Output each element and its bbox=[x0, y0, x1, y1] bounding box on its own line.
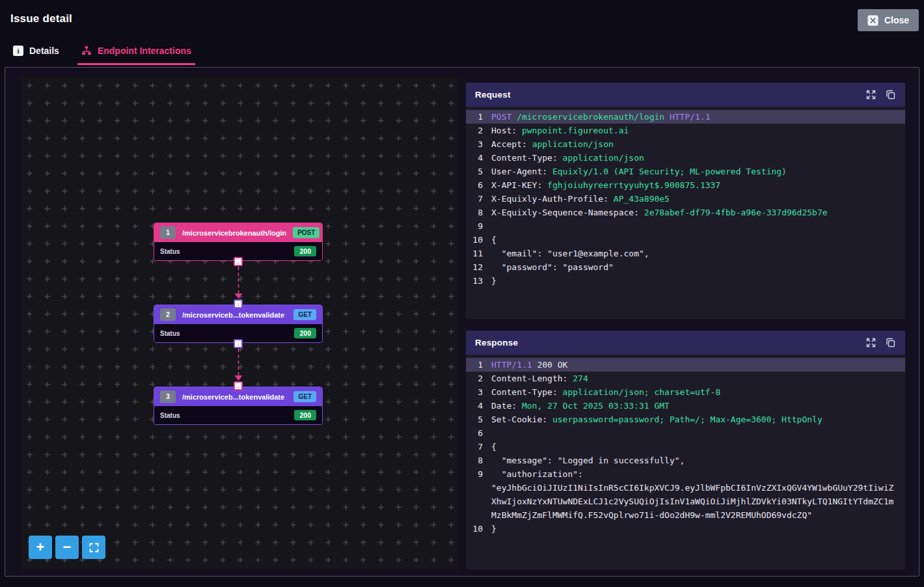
response-title: Response bbox=[475, 338, 518, 348]
zoom-out-button[interactable]: − bbox=[55, 536, 79, 559]
code-line: 9 "authorization": "eyJhbGciOiJIUzI1NiIs… bbox=[466, 467, 905, 522]
code-line: 1POST /microservicebrokenauth/login HTTP… bbox=[466, 110, 905, 124]
line-content: "email": "user1@example.com", bbox=[483, 247, 905, 260]
tab-details[interactable]: i Details bbox=[9, 43, 63, 65]
plus-icon: + bbox=[36, 539, 45, 556]
target-handle[interactable]: ↓ bbox=[234, 381, 243, 390]
status-code-badge: 200 bbox=[294, 328, 316, 338]
status-code-badge: 200 bbox=[294, 246, 316, 256]
line-number: 1 bbox=[466, 110, 483, 124]
code-line: 13} bbox=[466, 274, 905, 288]
line-number: 1 bbox=[466, 358, 483, 372]
zoom-in-button[interactable]: + bbox=[29, 536, 52, 559]
node-number-badge: 1 bbox=[160, 226, 176, 239]
status-code-badge: 200 bbox=[294, 410, 316, 420]
flow-node-tokenvalidate-2[interactable]: 3 /microserviceb...tokenvalidate GET Sta… bbox=[154, 387, 323, 425]
line-content: { bbox=[483, 233, 905, 247]
line-number: 8 bbox=[466, 454, 483, 467]
fit-view-icon bbox=[88, 542, 100, 553]
line-content: "authorization": "eyJhbGciOiJIUzI1NiIsIn… bbox=[483, 467, 905, 522]
line-content: Host: pwnpoint.figureout.ai bbox=[483, 124, 905, 137]
flow-node-login[interactable]: 1 /microservicebrokenauth/login POST Sta… bbox=[154, 223, 323, 261]
line-content: Content-Length: 274 bbox=[483, 372, 905, 385]
code-line: 6X-API-KEY: fghjoiuhyreerrtyyuhyt$.90087… bbox=[466, 178, 905, 192]
code-line: 6 bbox=[466, 426, 905, 440]
code-line: 7X-Equixly-Auth-Profile: AP_43a890e5 bbox=[466, 192, 905, 206]
line-number: 4 bbox=[466, 151, 483, 165]
line-number: 7 bbox=[466, 192, 483, 206]
code-line: 2Content-Length: 274 bbox=[466, 372, 905, 385]
source-handle[interactable]: ↓ bbox=[234, 339, 243, 348]
request-code: 1POST /microservicebrokenauth/login HTTP… bbox=[466, 107, 905, 319]
arrow-down-icon: ↓ bbox=[237, 341, 240, 347]
copy-request-button[interactable] bbox=[885, 89, 896, 100]
request-panel-header: Request bbox=[466, 83, 905, 107]
node-number-badge: 3 bbox=[160, 390, 176, 403]
line-number: 3 bbox=[466, 385, 483, 399]
info-icon: i bbox=[13, 46, 23, 56]
copy-response-button[interactable] bbox=[885, 337, 896, 348]
code-line: 1HTTP/1.1 200 OK bbox=[466, 358, 905, 372]
response-panel: Response 1HTTP/1.1 200 OK2Content-Length… bbox=[466, 331, 905, 569]
request-panel: Request 1POST /microservicebrokenauth/lo… bbox=[466, 83, 905, 319]
line-content: X-Equixly-Sequence-Namespace: 2e78abef-d… bbox=[483, 206, 905, 219]
line-content: POST /microservicebrokenauth/login HTTP/… bbox=[483, 110, 905, 124]
code-line: 10{ bbox=[466, 233, 905, 247]
line-content bbox=[483, 219, 905, 233]
code-line: 12 "password": "password" bbox=[466, 260, 905, 274]
close-button[interactable]: Close bbox=[858, 9, 919, 31]
line-number: 6 bbox=[466, 426, 483, 440]
code-line: 11 "email": "user1@example.com", bbox=[466, 247, 905, 260]
expand-request-button[interactable] bbox=[865, 89, 876, 100]
issue-detail-panel: 1 /microservicebrokenauth/login POST Sta… bbox=[5, 67, 919, 577]
line-content: User-Agent: Equixly/1.0 (API Security; M… bbox=[483, 165, 905, 178]
code-line: 2Host: pwnpoint.figureout.ai bbox=[466, 124, 905, 137]
tab-endpoint-interactions[interactable]: Endpoint Interactions bbox=[77, 43, 195, 65]
node-path: /microservicebrokenauth/login bbox=[182, 229, 286, 237]
line-content: Content-Type: application/json bbox=[483, 151, 905, 165]
line-content: } bbox=[483, 522, 905, 536]
line-content: X-API-KEY: fghjoiuhyreerrtyyuhyt$.900875… bbox=[483, 178, 905, 192]
target-handle[interactable]: ↓ bbox=[234, 299, 243, 308]
line-number: 10 bbox=[466, 522, 483, 536]
arrow-down-icon: ↓ bbox=[237, 383, 240, 389]
node-number-badge: 2 bbox=[160, 308, 176, 321]
line-content: } bbox=[483, 274, 905, 288]
node-path: /microserviceb...tokenvalidate bbox=[182, 311, 287, 319]
source-handle[interactable]: ↓ bbox=[234, 257, 243, 266]
expand-response-button[interactable] bbox=[865, 337, 876, 348]
minus-icon: − bbox=[63, 539, 72, 556]
line-content: { bbox=[483, 440, 905, 454]
code-line: 10} bbox=[466, 522, 905, 536]
line-number: 2 bbox=[466, 124, 483, 137]
line-content bbox=[483, 426, 905, 440]
line-number: 5 bbox=[466, 165, 483, 178]
fit-view-button[interactable] bbox=[82, 536, 105, 559]
tab-bar: i Details Endpoint Interactions bbox=[9, 43, 195, 65]
status-label: Status bbox=[160, 248, 180, 255]
page-title: Issue detail bbox=[10, 12, 72, 25]
line-number: 10 bbox=[466, 233, 483, 247]
flow-node-tokenvalidate-1[interactable]: 2 /microserviceb...tokenvalidate GET Sta… bbox=[154, 305, 323, 343]
code-line: 8 "message": "Logged in successfully", bbox=[466, 454, 905, 467]
tab-endpoint-interactions-label: Endpoint Interactions bbox=[98, 46, 191, 56]
line-content: "message": "Logged in successfully", bbox=[483, 454, 905, 467]
expand-icon bbox=[865, 337, 876, 348]
line-content: X-Equixly-Auth-Profile: AP_43a890e5 bbox=[483, 192, 905, 206]
line-number: 3 bbox=[466, 137, 483, 151]
code-line: 3Accept: application/json bbox=[466, 137, 905, 151]
expand-icon bbox=[865, 89, 876, 100]
close-button-label: Close bbox=[884, 15, 909, 25]
line-number: 5 bbox=[466, 413, 483, 426]
line-content: "password": "password" bbox=[483, 260, 905, 274]
sitemap-icon bbox=[81, 46, 92, 56]
status-label: Status bbox=[160, 330, 180, 337]
copy-icon bbox=[885, 337, 896, 348]
code-line: 5Set-Cookie: userpassword=password; Path… bbox=[466, 413, 905, 426]
code-line: 3Content-Type: application/json; charset… bbox=[466, 385, 905, 399]
line-content: Accept: application/json bbox=[483, 137, 905, 151]
line-number: 2 bbox=[466, 372, 483, 385]
code-line: 8X-Equixly-Sequence-Namespace: 2e78abef-… bbox=[466, 206, 905, 219]
code-line: 9 bbox=[466, 219, 905, 233]
close-icon bbox=[867, 15, 878, 26]
